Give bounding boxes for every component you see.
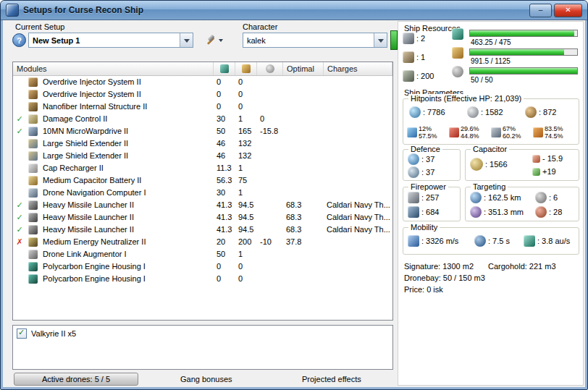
module-row[interactable]: Nanofiber Internal Structure II00 (13, 101, 392, 113)
cap-value (257, 162, 283, 174)
capacitor-column-header[interactable] (257, 62, 283, 75)
module-row[interactable]: ✓Damage Control II3010 (13, 113, 392, 125)
launcher-hardpoints-stat: : 1 (403, 51, 425, 63)
thermal-resist-stat: 29.6%44.8% (449, 125, 479, 140)
chevron-down-icon[interactable] (180, 33, 193, 47)
cap-value (257, 273, 283, 285)
status-cell (13, 150, 26, 162)
powergrid-icon (242, 64, 251, 73)
module-slot (26, 260, 41, 273)
module-row[interactable]: ✓Heavy Missile Launcher II41.394.568.3Ca… (13, 224, 392, 236)
modules-column-header[interactable]: Modules (13, 62, 214, 75)
pg-value: 0 (235, 273, 257, 285)
status-cell (13, 248, 26, 260)
charges-value (324, 273, 393, 285)
missile-launcher-icon (28, 200, 38, 210)
module-name: Polycarbon Engine Housing I (41, 260, 214, 273)
drone-bandwidth-stat: : 200 (403, 70, 434, 82)
targeting-range-icon (470, 192, 482, 203)
charges-column-header[interactable]: Charges (324, 62, 392, 75)
setup-tools-button[interactable] (198, 33, 230, 48)
targeting-range-stat: : 162.5 km (470, 192, 521, 203)
module-row[interactable]: Polycarbon Engine Housing I00 (13, 260, 392, 273)
dronebay-value: Dronebay: 50 / 150 m3 (404, 274, 485, 282)
module-row[interactable]: Large Shield Extender II46132 (13, 137, 392, 150)
powergrid-column-header[interactable] (235, 62, 257, 75)
cpu-value: 41.3 (214, 211, 235, 224)
charges-value (324, 162, 393, 174)
optimal-value: 68.3 (283, 224, 324, 236)
module-row[interactable]: Overdrive Injector System II00 (13, 76, 392, 88)
cap-value (257, 137, 283, 150)
pg-value: 0 (235, 101, 257, 113)
module-name: Overdrive Injector System II (41, 76, 214, 88)
scan-resolution-stat: : 351.3 mm (470, 206, 524, 218)
module-row[interactable]: Cap Recharger II11.31 (13, 162, 392, 174)
module-row[interactable]: ✓Heavy Missile Launcher II41.394.568.3Ca… (13, 211, 392, 224)
powergrid-icon (452, 47, 463, 59)
drone-label: Valkyrie II x5 (31, 329, 76, 338)
chevron-down-icon[interactable] (374, 33, 387, 47)
signature-value: Signature: 1300 m2 (404, 262, 474, 271)
capacitor-group: Capacitor : 1566 - 15.9 +19 (465, 149, 579, 181)
cpu-value: 20 (214, 236, 235, 248)
module-row[interactable]: ✓Heavy Missile Launcher II41.394.568.3Ca… (13, 199, 392, 211)
character-select[interactable]: kalek (243, 33, 387, 48)
em-resist-icon (407, 127, 417, 137)
module-slot (26, 248, 41, 260)
gang-bonuses-label[interactable]: Gang bonuses (180, 375, 232, 383)
module-row[interactable]: Polycarbon Engine Housing I00 (13, 273, 392, 285)
pg-value: 132 (235, 137, 257, 150)
dps-stat: : 684 (408, 206, 439, 218)
titlebar[interactable]: Setups for Curse Recon Ship – ✕ (1, 1, 587, 20)
drone-active-checkbox[interactable] (17, 328, 27, 339)
optimal-value (283, 113, 324, 125)
minimize-button[interactable]: – (529, 4, 552, 17)
drone-list-item[interactable]: Valkyrie II x5 (17, 328, 389, 339)
shield-recharge-icon (408, 153, 419, 165)
cap-value (257, 199, 283, 211)
module-row[interactable]: Medium Capacitor Battery II56.375 (13, 174, 392, 187)
module-name: Polycarbon Engine Housing I (41, 273, 214, 285)
setup-select[interactable]: New Setup 1 (28, 33, 193, 48)
close-button[interactable]: ✕ (554, 4, 582, 17)
modules-table: Modules Optimal Charges Overdrive Inject… (12, 62, 393, 321)
module-row[interactable]: Large Shield Extender II46132 (13, 150, 392, 162)
overdrive-icon (28, 90, 38, 99)
character-skill-indicator (390, 30, 398, 50)
cpu-bar (469, 30, 578, 37)
drone-nav-icon (28, 188, 38, 198)
optimal-value (283, 162, 324, 174)
module-row[interactable]: Drone Link Augmentor I501 (13, 248, 392, 260)
cpu-value: 50 (214, 248, 235, 260)
scan-resolution-icon (470, 206, 482, 218)
module-name: Cap Recharger II (41, 162, 214, 174)
cap-value: 0 (257, 113, 283, 125)
charges-value (324, 236, 393, 248)
optimal-column-header[interactable]: Optimal (283, 62, 324, 75)
cpu-value: 11.3 (214, 162, 235, 174)
projected-effects-label[interactable]: Projected effects (302, 375, 361, 383)
module-slot (26, 224, 41, 236)
hitpoints-group: Hitpoints (Effective HP: 21,039) : 7786 … (403, 98, 579, 145)
help-icon[interactable]: ? (12, 33, 26, 47)
explosive-resist-icon (533, 127, 543, 137)
shield-extender-icon (28, 139, 38, 148)
module-name: Large Shield Extender II (41, 137, 214, 150)
cpu-value: 0 (214, 101, 235, 113)
pg-value: 94.5 (235, 199, 257, 211)
status-cell (13, 76, 26, 88)
cpu-value: 0 (214, 76, 235, 88)
hitpoints-group-label: Hitpoints (Effective HP: 21,039) (408, 94, 524, 103)
optimal-value: 68.3 (283, 211, 324, 224)
module-row[interactable]: Overdrive Injector System II00 (13, 88, 392, 101)
cpu-column-header[interactable] (214, 62, 235, 75)
drones-panel[interactable]: Valkyrie II x5 (12, 325, 393, 370)
module-row[interactable]: ✓10MN MicroWarpdrive II50165-15.8 (13, 125, 392, 137)
firepower-group-label: Firepower (408, 182, 448, 191)
cpu-value: 41.3 (214, 199, 235, 211)
module-row[interactable]: Drone Navigation Computer I301 (13, 187, 392, 199)
module-row[interactable]: ✗Medium Energy Neutralizer II20200-1037.… (13, 236, 392, 248)
cap-value (257, 224, 283, 236)
active-drones-button[interactable]: Active drones: 5 / 5 (14, 373, 138, 386)
